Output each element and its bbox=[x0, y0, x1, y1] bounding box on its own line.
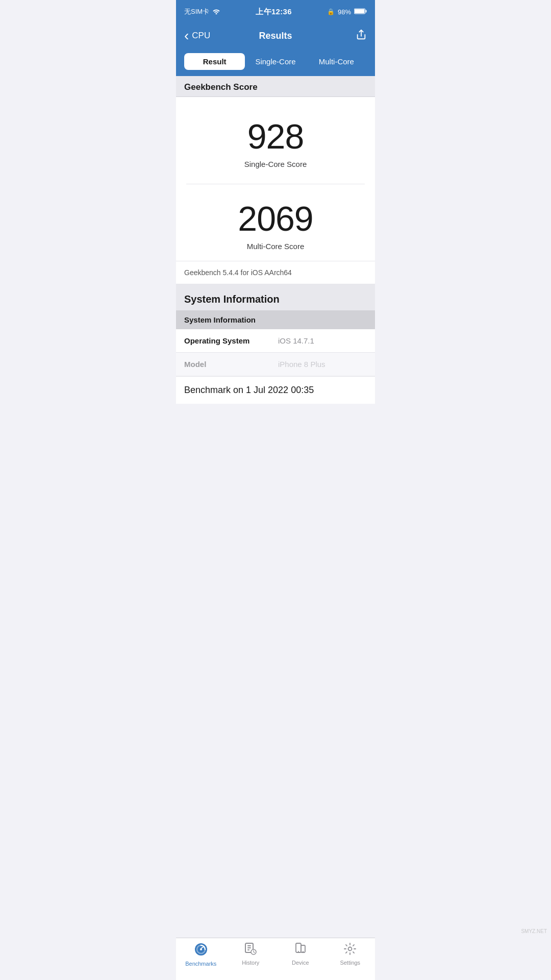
system-info-group-header: System Information bbox=[176, 310, 375, 329]
system-info-row-os: Operating System iOS 14.7.1 bbox=[176, 329, 375, 353]
single-core-score-label: Single-Core Score bbox=[244, 160, 307, 168]
model-value: iPhone 8 Plus bbox=[273, 360, 367, 369]
back-button[interactable]: CPU bbox=[184, 29, 210, 43]
status-bar: 无SIM卡 上午12:36 🔒 98% bbox=[176, 0, 375, 22]
version-info: Geekbench 5.4.4 for iOS AArch64 bbox=[176, 261, 375, 284]
tab-multi-core[interactable]: Multi-Core bbox=[306, 53, 367, 70]
status-time: 上午12:36 bbox=[256, 7, 291, 17]
score-area: 928 Single-Core Score 2069 Multi-Core Sc… bbox=[176, 97, 375, 261]
segment-bar: Result Single-Core Multi-Core bbox=[176, 49, 375, 76]
svg-rect-1 bbox=[355, 9, 365, 13]
geekbench-score-header: Geekbench Score bbox=[176, 76, 375, 97]
nav-bar: CPU Results bbox=[176, 22, 375, 49]
tab-result[interactable]: Result bbox=[184, 53, 245, 70]
back-chevron-icon bbox=[184, 29, 190, 43]
page-title: Results bbox=[259, 31, 292, 41]
benchmark-date: Benchmark on 1 Jul 2022 00:35 bbox=[176, 376, 375, 404]
share-button[interactable] bbox=[356, 29, 367, 43]
system-info-section-header: System Information bbox=[176, 284, 375, 310]
os-key: Operating System bbox=[184, 336, 273, 345]
multi-core-score-label: Multi-Core Score bbox=[247, 242, 305, 251]
svg-rect-2 bbox=[366, 10, 367, 12]
status-right: 🔒 98% bbox=[327, 8, 367, 16]
system-info-row-model: Model iPhone 8 Plus bbox=[176, 353, 375, 376]
tab-single-core[interactable]: Single-Core bbox=[245, 53, 306, 70]
battery-icon bbox=[354, 8, 367, 16]
battery-percentage: 98% bbox=[338, 8, 351, 16]
os-value: iOS 14.7.1 bbox=[273, 336, 367, 345]
multi-core-score-value: 2069 bbox=[238, 200, 313, 238]
back-label: CPU bbox=[192, 31, 210, 41]
status-left: 无SIM卡 bbox=[184, 7, 220, 16]
single-core-score-value: 928 bbox=[247, 117, 304, 156]
carrier-label: 无SIM卡 bbox=[184, 7, 209, 16]
lock-icon: 🔒 bbox=[327, 8, 335, 15]
wifi-icon bbox=[212, 8, 220, 16]
score-divider bbox=[186, 184, 365, 184]
model-key: Model bbox=[184, 360, 273, 369]
